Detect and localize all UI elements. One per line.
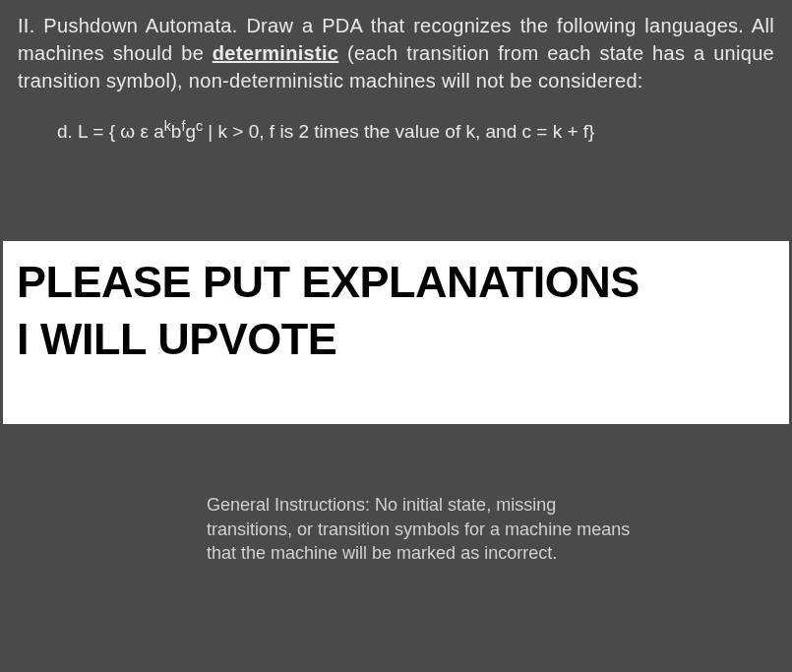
question-heading: II. Pushdown Automata. Draw a PDA that r… [18,12,774,94]
sup-k: k [164,118,171,134]
annotation-banner: PLEASE PUT EXPLANATIONS I WILL UPVOTE [3,241,789,424]
sub-label: d. L = { ω ε a [57,121,164,142]
sup-c: c [196,118,203,134]
instructions-text: General Instructions: No initial state, … [207,495,630,563]
general-instructions: General Instructions: No initial state, … [0,493,792,565]
question-section: II. Pushdown Automata. Draw a PDA that r… [0,0,792,162]
mid-g: g [185,121,196,142]
sub-question: d. L = { ω ε akbfgc | k > 0, f is 2 time… [18,118,774,143]
heading-underlined: deterministic [213,42,338,64]
mid-b: b [171,121,182,142]
sub-rest: | k > 0, f is 2 times the value of k, an… [203,121,594,142]
banner-line2: I WILL UPVOTE [17,314,775,365]
banner-line1: PLEASE PUT EXPLANATIONS [17,257,775,308]
